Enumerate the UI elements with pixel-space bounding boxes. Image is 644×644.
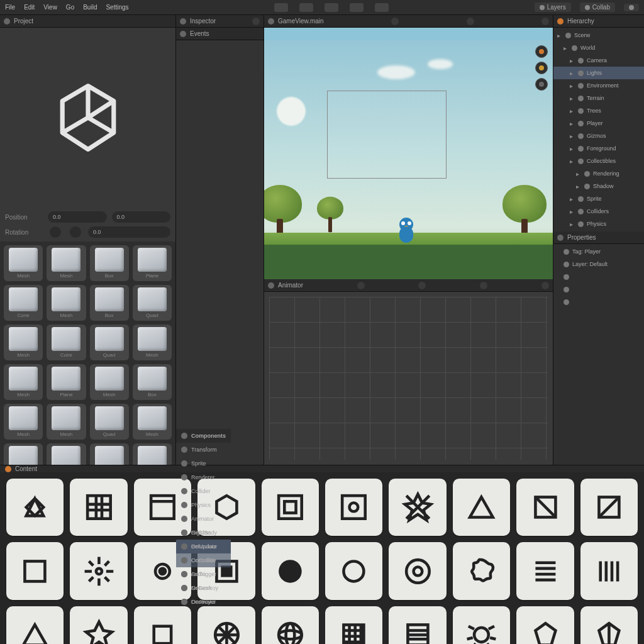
- selection-rectangle[interactable]: [327, 91, 447, 179]
- content-tile-shape[interactable]: [6, 479, 64, 536]
- asset-tile[interactable]: Mesh: [133, 404, 172, 440]
- content-tile-splash[interactable]: [453, 542, 510, 599]
- asset-tile[interactable]: Mesh: [47, 404, 86, 440]
- content-tile-frame[interactable]: [262, 479, 319, 536]
- menu-settings[interactable]: Settings: [106, 4, 128, 11]
- asset-tile[interactable]: Mesh: [47, 245, 86, 281]
- viewport-tab[interactable]: GameView.main: [264, 15, 553, 28]
- toolbar-chip[interactable]: [299, 3, 313, 12]
- prop-field[interactable]: 0.0: [48, 211, 107, 223]
- content-tile-bars2[interactable]: [580, 542, 638, 599]
- content-tile-burst[interactable]: [70, 542, 127, 599]
- asset-tile[interactable]: Mesh: [4, 325, 43, 360]
- asset-tile[interactable]: Cone: [4, 285, 43, 321]
- hierarchy-item[interactable]: ▸Physics: [553, 218, 644, 230]
- menu-go[interactable]: Go: [66, 4, 74, 11]
- asset-tile[interactable]: Quad: [90, 325, 129, 360]
- asset-tile[interactable]: Plane: [133, 443, 172, 465]
- menu-view[interactable]: View: [43, 4, 57, 11]
- toolbar-chip[interactable]: [274, 3, 288, 12]
- content-tile-bug[interactable]: [453, 606, 510, 644]
- hierarchy-item[interactable]: ▸Shadow: [553, 180, 644, 192]
- hierarchy-item[interactable]: ▸Player: [553, 117, 644, 130]
- content-tile-square[interactable]: [134, 606, 191, 644]
- asset-tile[interactable]: Box: [90, 285, 129, 321]
- player-sprite[interactable]: [396, 218, 416, 243]
- asset-tile[interactable]: Box: [4, 443, 43, 465]
- content-tile-flag2[interactable]: [580, 479, 638, 536]
- asset-tile[interactable]: Plane: [47, 364, 86, 400]
- property-row[interactable]: [553, 296, 644, 308]
- content-tile-ring[interactable]: [325, 542, 382, 599]
- content-tile-square-o[interactable]: [6, 542, 64, 599]
- content-tile-bars[interactable]: [516, 542, 574, 599]
- asset-tile[interactable]: Mesh: [4, 364, 43, 400]
- property-row[interactable]: Layer: Default: [553, 258, 644, 270]
- content-tile-poly2[interactable]: [580, 606, 638, 644]
- menu-edit[interactable]: Edit: [24, 4, 35, 11]
- content-tile-lines[interactable]: [389, 606, 446, 644]
- collab-button[interactable]: Collab: [580, 3, 615, 12]
- viewport-gizmo-button[interactable]: [535, 78, 548, 91]
- asset-tile[interactable]: Mesh: [47, 285, 86, 321]
- content-tile-wheel[interactable]: [197, 606, 255, 644]
- viewport-gizmo-button[interactable]: [535, 45, 548, 58]
- hierarchy-item[interactable]: ▸Trees: [553, 104, 644, 117]
- hierarchy-item[interactable]: ▸Colliders: [553, 205, 644, 218]
- layers-button[interactable]: Layers: [535, 3, 571, 12]
- toolbar-chip[interactable]: [375, 3, 389, 12]
- asset-tile[interactable]: Quad: [90, 404, 129, 440]
- scene-viewport[interactable]: [264, 28, 553, 279]
- animator-tab[interactable]: Animator: [264, 279, 553, 292]
- asset-tile[interactable]: Mesh: [4, 404, 43, 440]
- components-header[interactable]: Components: [176, 429, 231, 443]
- prop-field[interactable]: 0.0: [112, 211, 171, 223]
- content-tile-donut[interactable]: [389, 542, 446, 599]
- events-tab[interactable]: Events: [176, 28, 264, 40]
- content-tile-tri-o[interactable]: [6, 606, 64, 644]
- content-tile-grid[interactable]: [70, 479, 127, 536]
- content-tile-target[interactable]: [325, 479, 382, 536]
- asset-tile[interactable]: Mesh: [90, 364, 129, 400]
- hierarchy-item[interactable]: ▸Foreground: [553, 142, 644, 155]
- asset-tile[interactable]: Box: [133, 364, 172, 400]
- project-tab[interactable]: Project: [0, 15, 175, 28]
- content-tile-star-cross[interactable]: [389, 479, 446, 536]
- menu-build[interactable]: Build: [83, 4, 97, 11]
- toolbar-chip[interactable]: [325, 3, 338, 12]
- asset-tile[interactable]: Box: [90, 245, 129, 281]
- prop-toggle[interactable]: [70, 226, 81, 238]
- play-button[interactable]: [624, 4, 639, 11]
- hierarchy-item[interactable]: ▸Environment: [553, 79, 644, 92]
- content-tile-hash[interactable]: [325, 606, 382, 644]
- content-tile-flag[interactable]: [516, 479, 574, 536]
- hierarchy-item[interactable]: ▸Sprite: [553, 192, 644, 205]
- hierarchy-root[interactable]: ▸Scene: [553, 29, 644, 42]
- property-row[interactable]: Tag: Player: [553, 245, 644, 258]
- hierarchy-item[interactable]: ▸Gizmos: [553, 130, 644, 142]
- properties-tab[interactable]: Properties: [553, 231, 644, 244]
- asset-tile[interactable]: Cube: [47, 325, 86, 360]
- content-tile-sphere[interactable]: [262, 606, 319, 644]
- asset-tile[interactable]: Mesh: [90, 443, 129, 465]
- toolbar-chip[interactable]: [350, 3, 364, 12]
- content-tile-poly[interactable]: [516, 606, 574, 644]
- component-item[interactable]: Sprite: [176, 457, 231, 465]
- asset-tile[interactable]: Mesh: [4, 245, 43, 281]
- viewport-gizmo-button[interactable]: [535, 62, 548, 74]
- hierarchy-item[interactable]: ▸World: [553, 42, 644, 54]
- menu-file[interactable]: File: [5, 4, 15, 11]
- property-row[interactable]: [553, 270, 644, 283]
- content-tile-star[interactable]: [70, 606, 127, 644]
- content-tab[interactable]: Content: [0, 465, 644, 472]
- asset-tile[interactable]: Quad: [133, 285, 172, 321]
- prop-toggle[interactable]: [50, 226, 61, 238]
- content-tile-triangle[interactable]: [453, 479, 510, 536]
- inspector-tab[interactable]: Inspector: [176, 15, 264, 28]
- asset-tile[interactable]: Plane: [133, 245, 172, 281]
- asset-tile[interactable]: Mesh: [133, 325, 172, 360]
- content-tile-disc[interactable]: [262, 542, 319, 599]
- hierarchy-item[interactable]: ▸Terrain: [553, 92, 644, 104]
- hierarchy-item[interactable]: ▸Rendering: [553, 167, 644, 180]
- hierarchy-item[interactable]: ▸Camera: [553, 54, 644, 67]
